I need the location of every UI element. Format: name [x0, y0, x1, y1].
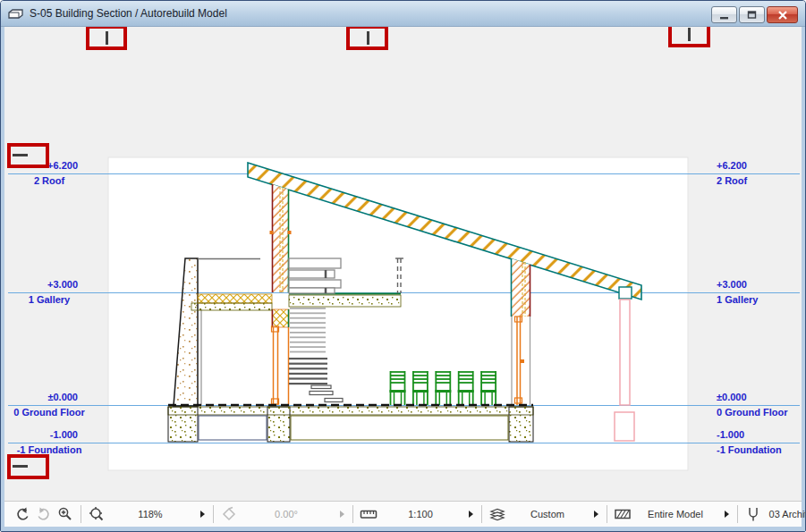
level-name: 2 Roof	[717, 175, 806, 187]
window-border-bottom	[1, 527, 805, 531]
level-name: 1 Gallery	[1, 294, 98, 306]
bottom-toolbar: 118% 0.00° 1:100 Custom Entire Model 03 …	[4, 501, 802, 527]
section-drawing	[1, 1, 806, 532]
section-window-icon	[8, 7, 24, 21]
window-title: S-05 Building Section / Autorebuild Mode…	[30, 7, 227, 20]
scale-button[interactable]	[358, 504, 379, 524]
minimize-icon	[719, 11, 730, 20]
level-elevation: -1.000	[1, 429, 78, 441]
level-elevation: ±0.000	[717, 392, 806, 403]
window-border-right	[802, 27, 805, 531]
level-name: 2 Roof	[1, 175, 98, 187]
fit-in-window-icon	[89, 506, 105, 522]
level-name: 0 Ground Floor	[1, 407, 98, 418]
zoom-in-button[interactable]	[55, 504, 76, 524]
pen-set-value[interactable]: 03 Architectu...	[764, 509, 806, 519]
section-marker-tick[interactable]	[13, 465, 28, 468]
section-marker-tick[interactable]	[367, 31, 369, 45]
back-button[interactable]	[12, 504, 33, 524]
level-name: 0 Ground Floor	[717, 407, 806, 418]
window-controls	[711, 6, 798, 23]
scale-ruler-icon	[360, 506, 378, 522]
model-filter-icon	[614, 506, 632, 522]
section-marker-tick[interactable]	[688, 28, 691, 41]
pen-set-icon	[746, 506, 760, 522]
window-border-left	[1, 27, 4, 531]
forward-button[interactable]	[33, 504, 55, 524]
wall-right[interactable]	[507, 254, 534, 405]
level-name: -1 Foundation	[717, 444, 806, 456]
layers-value[interactable]: Custom	[508, 509, 587, 519]
scale-dropdown-arrow[interactable]	[469, 511, 473, 518]
pen-set-button[interactable]	[742, 504, 764, 524]
model-filter-dropdown-arrow[interactable]	[725, 511, 729, 518]
back-icon	[14, 506, 30, 522]
rotate-button[interactable]	[218, 504, 240, 524]
zoom-level-value[interactable]: 118%	[107, 509, 193, 519]
layers-button[interactable]	[487, 504, 508, 524]
rotation-dropdown-arrow[interactable]	[340, 511, 344, 518]
model-filter-button[interactable]	[612, 504, 633, 524]
gallery-shelves[interactable]	[289, 258, 341, 293]
model-filter-value[interactable]: Entire Model	[633, 509, 717, 519]
minimize-button[interactable]	[711, 6, 737, 23]
app-window: +6.200 2 Roof +3.000 1 Gallery ±0.000 0 …	[0, 0, 806, 532]
section-marker-tick[interactable]	[106, 31, 108, 45]
zoom-dropdown-arrow[interactable]	[200, 511, 205, 518]
restore-button[interactable]	[739, 6, 765, 23]
toolbar-separator	[607, 505, 607, 523]
layers-icon	[488, 506, 506, 522]
titlebar[interactable]: S-05 Building Section / Autorebuild Mode…	[1, 1, 805, 27]
forward-icon	[36, 506, 52, 522]
level-elevation: +3.000	[717, 279, 806, 291]
close-button[interactable]	[767, 6, 798, 23]
toolbar-separator	[737, 505, 738, 523]
fit-in-window-button[interactable]	[86, 504, 107, 524]
layers-dropdown-arrow[interactable]	[594, 511, 598, 518]
section-marker-tick[interactable]	[13, 154, 28, 156]
level-name: 1 Gallery	[717, 294, 806, 306]
close-icon	[777, 11, 788, 20]
toolbar-separator	[352, 505, 353, 523]
rotation-value[interactable]: 0.00°	[240, 509, 333, 519]
zoom-in-icon	[57, 506, 73, 522]
restore-icon	[746, 10, 758, 20]
level-elevation: +3.000	[1, 279, 78, 291]
toolbar-separator	[481, 505, 482, 523]
level-elevation: ±0.000	[1, 392, 78, 403]
toolbar-separator	[213, 505, 214, 523]
rotate-icon	[221, 506, 237, 522]
level-elevation: +6.200	[717, 160, 806, 172]
toolbar-separator	[81, 505, 81, 523]
level-elevation: -1.000	[717, 429, 806, 441]
foundation[interactable]	[168, 405, 533, 442]
scale-value[interactable]: 1:100	[379, 509, 462, 519]
